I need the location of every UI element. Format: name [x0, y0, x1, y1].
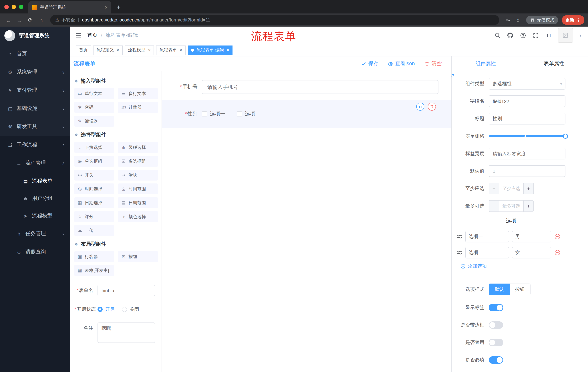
option-1-value-input[interactable]: [512, 231, 551, 242]
palette-item-textarea[interactable]: ☰多行文本: [118, 88, 158, 99]
remove-option-button[interactable]: [554, 249, 561, 256]
new-tab-button[interactable]: +: [114, 2, 124, 12]
form-remark-textarea[interactable]: 嘿嘿: [97, 322, 155, 343]
avatar[interactable]: [558, 28, 573, 43]
address-bar[interactable]: ⚠ 不安全 | dashboard.yudao.iocoder.cn /bpm/…: [50, 15, 499, 25]
palette-item-upload[interactable]: ☁上传: [74, 225, 114, 236]
back-button[interactable]: ←: [4, 15, 13, 25]
checkbox-icon[interactable]: [202, 111, 207, 117]
option-1-label-input[interactable]: [465, 231, 509, 242]
checkbox-icon[interactable]: [237, 111, 242, 117]
palette-item-row-container[interactable]: ▣行容器: [74, 251, 114, 262]
remove-option-button[interactable]: [554, 233, 561, 240]
palette-item-button[interactable]: ⊡按钮: [118, 251, 158, 262]
view-json-button[interactable]: 查看json: [388, 60, 415, 67]
link-icon[interactable]: [452, 73, 455, 79]
password-key-icon[interactable]: [504, 16, 512, 24]
app-logo[interactable]: 芋道管理系统: [0, 27, 70, 45]
field-name-input[interactable]: [489, 95, 566, 107]
drag-handle-icon[interactable]: [457, 250, 462, 255]
form-name-input[interactable]: [97, 285, 155, 296]
sidebar-item-system[interactable]: ⚙ 系统管理 ∨: [0, 63, 70, 81]
required-switch[interactable]: [489, 356, 503, 364]
border-switch[interactable]: [489, 321, 503, 329]
sidebar-item-payment[interactable]: ¥ 支付管理 ∨: [0, 81, 70, 99]
palette-item-cascader[interactable]: ⋔级联选择: [118, 142, 158, 153]
tag-process-model[interactable]: 流程模型 ×: [125, 45, 154, 55]
option-2-label-input[interactable]: [465, 247, 509, 258]
canvas-field-phone[interactable]: *手机号: [162, 76, 451, 97]
avatar-caret-icon[interactable]: ▾: [579, 33, 581, 38]
gender-option-2[interactable]: 选项二: [237, 111, 260, 117]
palette-item-select[interactable]: ◒下拉选择: [74, 142, 114, 153]
sidebar-item-process-model[interactable]: ➤ 流程模型: [0, 207, 70, 224]
palette-item-counter[interactable]: 123计数器: [118, 102, 158, 113]
gender-option-1[interactable]: 选项一: [202, 111, 225, 117]
drag-handle-icon[interactable]: [457, 234, 462, 240]
copy-field-button[interactable]: [416, 103, 424, 111]
home-button[interactable]: ⌂: [36, 15, 46, 25]
option-2-value-input[interactable]: [512, 247, 551, 258]
tab-close-icon[interactable]: ×: [105, 4, 108, 10]
sidebar-item-user-group[interactable]: ☻ 用户分组: [0, 190, 70, 207]
palette-item-date-picker[interactable]: ▦日期选择: [74, 197, 114, 208]
style-default-button[interactable]: 默认: [489, 284, 510, 295]
tag-close-icon[interactable]: ×: [227, 47, 230, 53]
sidebar-item-infra[interactable]: ▢ 基础设施 ∨: [0, 99, 70, 117]
tag-process-form[interactable]: 流程表单 ×: [156, 45, 185, 55]
plus-button[interactable]: +: [523, 201, 533, 212]
plus-button[interactable]: +: [523, 183, 533, 194]
minus-button[interactable]: −: [489, 201, 499, 212]
reload-button[interactable]: ⟳: [25, 15, 35, 25]
help-icon[interactable]: [520, 32, 526, 39]
title-input[interactable]: [489, 113, 566, 125]
palette-item-editor[interactable]: ✎编辑器: [74, 116, 114, 127]
sidebar-item-workflow[interactable]: ⇶ 工作流程 ∧: [0, 136, 70, 154]
save-button[interactable]: 保存: [361, 60, 378, 67]
tag-process-form-edit[interactable]: 流程表单-编辑 ×: [188, 45, 233, 55]
palette-item-password[interactable]: ✱密码: [74, 102, 114, 113]
grid-slider[interactable]: [489, 130, 566, 142]
sidebar-item-process-form[interactable]: ▤ 流程表单: [0, 172, 70, 190]
show-label-switch[interactable]: [489, 304, 503, 311]
sidebar-item-devtools[interactable]: ⚒ 研发工具 ∨: [0, 117, 70, 136]
palette-item-date-range[interactable]: ▤日期范围: [118, 197, 158, 208]
palette-item-slider[interactable]: ⊸滑块: [118, 170, 158, 181]
min-select-value[interactable]: 至少应选: [499, 183, 523, 194]
phone-field-input[interactable]: [202, 80, 439, 94]
canvas-field-gender[interactable]: *性别 选项一 选项二: [162, 100, 451, 128]
status-radio-on[interactable]: 开启: [97, 304, 115, 315]
github-icon[interactable]: [507, 32, 514, 39]
search-icon[interactable]: [494, 32, 501, 39]
chrome-update-button[interactable]: 更新 ⋮: [562, 15, 584, 25]
window-zoom-button[interactable]: [19, 5, 23, 9]
style-button-button[interactable]: 按钮: [510, 284, 531, 295]
max-select-value[interactable]: 最多可选: [499, 201, 523, 212]
browser-tab[interactable]: 芋道管理系统 ×: [28, 1, 111, 13]
minus-button[interactable]: −: [489, 183, 499, 194]
sidebar-collapse-icon[interactable]: [75, 32, 82, 39]
sidebar-item-leave-query[interactable]: ☺ 请假查询: [0, 243, 70, 261]
status-radio-off[interactable]: 关闭: [122, 304, 139, 315]
bookmark-star-icon[interactable]: ☆: [514, 16, 522, 24]
fullscreen-icon[interactable]: [533, 32, 539, 39]
sidebar-item-process-mgmt[interactable]: ≣ 流程管理 ∧: [0, 154, 70, 172]
tag-close-icon[interactable]: ×: [148, 47, 151, 53]
tag-process-definition[interactable]: 流程定义 ×: [93, 45, 122, 55]
palette-item-text-input[interactable]: ▭单行文本: [74, 88, 114, 99]
palette-item-color-picker[interactable]: ◑颜色选择: [118, 211, 158, 222]
disabled-switch[interactable]: [489, 339, 503, 346]
slider-handle[interactable]: [563, 134, 568, 139]
form-canvas[interactable]: *手机号: [162, 71, 451, 372]
tag-close-icon[interactable]: ×: [116, 47, 119, 53]
delete-field-button[interactable]: [428, 103, 436, 111]
palette-item-time-range[interactable]: ◶时间范围: [118, 183, 158, 194]
component-type-select[interactable]: 多选框组▾: [489, 78, 566, 90]
clear-button[interactable]: 清空: [424, 60, 442, 67]
window-minimize-button[interactable]: [12, 5, 16, 9]
palette-item-time-picker[interactable]: ◷时间选择: [74, 183, 114, 194]
sidebar-item-home[interactable]: ◔ 首页: [0, 45, 70, 63]
sidebar-item-task-mgmt[interactable]: ⋔ 任务管理 ∨: [0, 224, 70, 243]
palette-item-radio-group[interactable]: ◉单选框组: [74, 156, 114, 167]
palette-item-table[interactable]: ▩表格[开发中]: [74, 265, 114, 276]
